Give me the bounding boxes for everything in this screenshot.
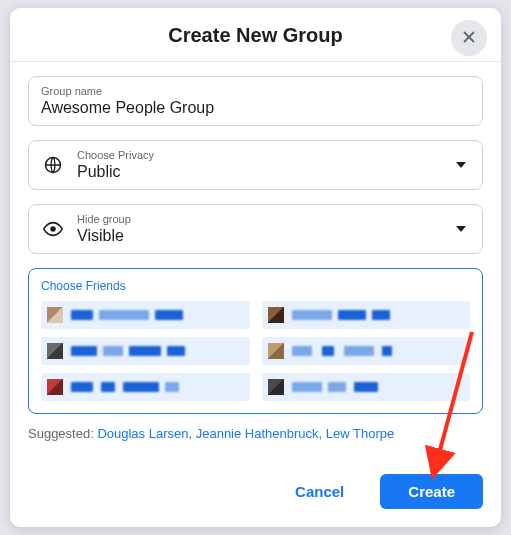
avatar: [47, 379, 63, 395]
privacy-select[interactable]: Choose Privacy Public: [28, 140, 483, 190]
redacted-text: [338, 310, 366, 320]
friend-chip[interactable]: [262, 301, 471, 329]
modal-body: Group name Choose Privacy Public Hide gr…: [10, 62, 501, 422]
group-name-input[interactable]: [41, 99, 470, 117]
redacted-text: [99, 310, 149, 320]
avatar: [268, 379, 284, 395]
redacted-text: [155, 310, 183, 320]
visibility-select[interactable]: Hide group Visible: [28, 204, 483, 254]
eye-icon: [41, 218, 65, 240]
close-button[interactable]: [451, 20, 487, 56]
modal-footer: Cancel Create: [10, 460, 501, 527]
redacted-text: [344, 346, 374, 356]
redacted-text: [129, 346, 161, 356]
chevron-down-icon: [456, 162, 466, 168]
close-icon: [460, 28, 478, 49]
choose-friends-label: Choose Friends: [41, 279, 470, 293]
redacted-text: [167, 346, 185, 356]
redacted-text: [322, 346, 334, 356]
create-group-modal: Create New Group Group name Choose Priva…: [10, 8, 501, 527]
group-name-field[interactable]: Group name: [28, 76, 483, 126]
redacted-text: [103, 346, 123, 356]
redacted-text: [328, 382, 346, 392]
modal-header: Create New Group: [10, 8, 501, 62]
svg-point-1: [50, 226, 56, 232]
cancel-button[interactable]: Cancel: [267, 474, 372, 509]
friend-chip[interactable]: [41, 337, 250, 365]
suggested-link[interactable]: Douglas Larsen: [97, 426, 188, 441]
redacted-text: [292, 310, 332, 320]
chevron-down-icon: [456, 226, 466, 232]
redacted-text: [101, 382, 115, 392]
globe-icon: [41, 155, 65, 175]
redacted-text: [292, 346, 312, 356]
redacted-text: [71, 310, 93, 320]
friend-chip[interactable]: [262, 373, 471, 401]
avatar: [268, 307, 284, 323]
friend-chip[interactable]: [262, 337, 471, 365]
suggested-link[interactable]: Jeannie Hathenbruck: [196, 426, 319, 441]
choose-friends-box[interactable]: Choose Friends: [28, 268, 483, 414]
redacted-text: [165, 382, 179, 392]
avatar: [47, 343, 63, 359]
friend-chip[interactable]: [41, 373, 250, 401]
privacy-value: Public: [77, 163, 456, 181]
privacy-label: Choose Privacy: [77, 149, 456, 161]
friend-chip-grid: [41, 301, 470, 401]
redacted-text: [372, 310, 390, 320]
visibility-label: Hide group: [77, 213, 456, 225]
create-button[interactable]: Create: [380, 474, 483, 509]
redacted-text: [354, 382, 378, 392]
suggested-link[interactable]: Lew Thorpe: [326, 426, 394, 441]
redacted-text: [292, 382, 322, 392]
friend-chip[interactable]: [41, 301, 250, 329]
suggested-friends: Suggested: Douglas Larsen, Jeannie Hathe…: [10, 426, 501, 441]
avatar: [268, 343, 284, 359]
redacted-text: [71, 346, 97, 356]
redacted-text: [123, 382, 159, 392]
suggested-prefix: Suggested:: [28, 426, 97, 441]
redacted-text: [71, 382, 93, 392]
avatar: [47, 307, 63, 323]
group-name-label: Group name: [41, 85, 470, 97]
visibility-value: Visible: [77, 227, 456, 245]
modal-title: Create New Group: [10, 24, 501, 47]
redacted-text: [382, 346, 392, 356]
